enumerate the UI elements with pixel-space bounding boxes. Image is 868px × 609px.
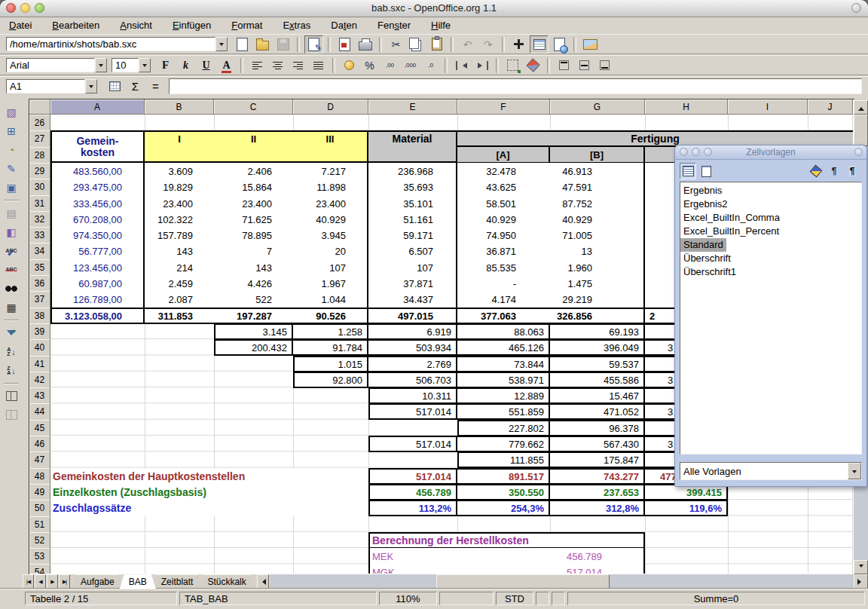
cell-F50[interactable]: 254,3% [457,500,550,516]
cell-D33[interactable]: 3.945 [293,227,368,243]
scroll-down-button[interactable] [854,560,868,574]
cell-F37[interactable]: 4.174 [457,291,550,308]
style-item-excel_builtin_comma[interactable]: Excel_BuiltIn_Comma [680,211,783,225]
bold-icon[interactable]: F [156,57,175,75]
cell-B34[interactable]: 143 [145,243,214,259]
cell-E40[interactable]: 503.934 [368,339,457,356]
function-wizard-icon[interactable] [105,78,124,96]
menu-datei[interactable]: Datei [9,20,32,31]
align-top-icon[interactable] [555,57,573,75]
column-header-h[interactable]: H [645,99,728,115]
cell-E34[interactable]: 6.507 [368,243,457,259]
font-size-dropdown-button[interactable] [139,58,151,72]
insert-sheet-icon[interactable]: ▤ [2,204,20,222]
borders-icon[interactable] [503,57,522,75]
cell-C29[interactable]: 2.406 [214,163,293,179]
edit-file-icon[interactable] [304,35,323,54]
sheet-tab-stückkalk[interactable]: Stückkalk [198,574,255,589]
cell-F36[interactable]: - [457,275,550,292]
font-size-input[interactable] [112,58,139,72]
cell-C30[interactable]: 15.864 [214,179,293,195]
cell-D30[interactable]: 11.898 [293,179,368,195]
cell-F38[interactable]: 377.063 [457,308,550,324]
copy-icon[interactable] [407,35,426,54]
cell-C36[interactable]: 4.426 [214,275,293,292]
cell-A29[interactable]: 483.560,00 [50,163,145,179]
spellcheck-icon[interactable] [2,242,20,259]
cell-A48[interactable]: Gemeinkosten der Hauptkostenstellen [50,468,368,485]
auto-spellcheck-icon[interactable] [2,261,20,278]
cell-E46[interactable]: 517.014 [368,436,457,452]
insert-object-icon[interactable]: ◔ [2,141,20,158]
cell-A33[interactable]: 974.350,00 [50,227,145,243]
cell-E32[interactable]: 51.161 [368,211,457,228]
cell-G53[interactable]: 456.789 [550,548,645,565]
row-header-42[interactable]: 42 [29,372,50,388]
style-item-standard[interactable]: Standard [680,238,726,252]
cell-G39[interactable]: 69.193 [550,323,645,340]
cell-G46[interactable]: 567.430 [550,436,645,452]
row-header-35[interactable]: 35 [29,259,50,276]
open-document-icon[interactable] [253,35,272,54]
cell-E38[interactable]: 497.015 [368,308,457,324]
cell-A35[interactable]: 123.456,00 [50,259,145,276]
scroll-up-button[interactable] [854,100,868,115]
autoformat-icon[interactable]: ◧ [2,223,20,240]
cell-C38[interactable]: 197.287 [214,308,293,324]
delete-decimal-icon[interactable]: ,0 [421,57,440,75]
cell-A37[interactable]: 126.789,00 [50,291,145,308]
cell-C35[interactable]: 143 [214,259,293,276]
cell-B35[interactable]: 214 [145,259,214,276]
row-header-33[interactable]: 33 [29,227,50,243]
cell-G43[interactable]: 15.467 [550,387,645,404]
cell-E27[interactable]: Material [368,130,457,163]
function-icon[interactable]: = [146,78,165,96]
cell-D34[interactable]: 20 [293,243,368,259]
data-sources-icon[interactable]: ▦ [2,298,20,316]
cell-G40[interactable]: 396.049 [550,339,645,356]
row-header-30[interactable]: 30 [29,179,50,196]
menu-daten[interactable]: Daten [331,20,357,31]
cell-G41[interactable]: 59.537 [550,356,645,372]
cell-F48[interactable]: 891.517 [457,468,550,485]
cell-B29[interactable]: 3.609 [145,163,214,179]
cell-B33[interactable]: 157.789 [145,227,214,243]
cell-E48[interactable]: 517.014 [368,468,457,485]
cell-D42[interactable]: 92.800 [293,372,368,388]
cell-G47[interactable]: 175.847 [550,451,645,468]
cell-E44[interactable]: 517.014 [368,403,457,420]
save-document-icon[interactable] [274,35,292,54]
font-color-icon[interactable]: A [217,57,236,75]
menu-format[interactable]: Format [231,20,262,31]
row-header-46[interactable]: 46 [29,436,50,452]
menu-hilfe[interactable]: Hilfe [431,20,451,31]
insert-icon[interactable]: ▧ [2,103,20,121]
number-format-currency-icon[interactable] [340,57,359,75]
cell-E42[interactable]: 506.703 [368,372,457,388]
background-color-icon[interactable] [524,57,542,75]
cell-F34[interactable]: 36.871 [457,243,550,259]
row-header-41[interactable]: 41 [29,356,50,372]
cell-E37[interactable]: 34.437 [368,291,457,308]
export-pdf-icon[interactable] [335,35,354,54]
align-left-icon[interactable] [248,57,267,75]
cell-D29[interactable]: 7.217 [293,163,368,179]
draw-functions-icon[interactable]: ✎ [2,160,20,177]
cell-F54[interactable] [457,564,550,574]
row-header-34[interactable]: 34 [29,243,50,260]
menu-fenster[interactable]: Fenster [377,20,411,31]
cell-E53[interactable]: MEK [368,548,457,565]
sheet-tab-aufgabe[interactable]: Aufgabe [72,574,124,589]
cell-B38[interactable]: 311.853 [145,308,214,324]
row-header-48[interactable]: 48 [29,468,50,485]
cell-D36[interactable]: 1.967 [293,275,368,292]
underline-icon[interactable]: U [197,57,215,75]
menu-bearbeiten[interactable]: Bearbeiten [52,20,99,31]
row-header-28[interactable]: 28 [29,147,50,164]
cell-G44[interactable]: 471.052 [550,403,645,420]
url-dropdown-button[interactable] [215,37,228,51]
paste-icon[interactable] [427,35,446,54]
cell-A38[interactable]: 3.123.058,00 [50,308,145,324]
cell-E49[interactable]: 456.789 [368,484,457,500]
align-right-icon[interactable] [289,57,307,75]
